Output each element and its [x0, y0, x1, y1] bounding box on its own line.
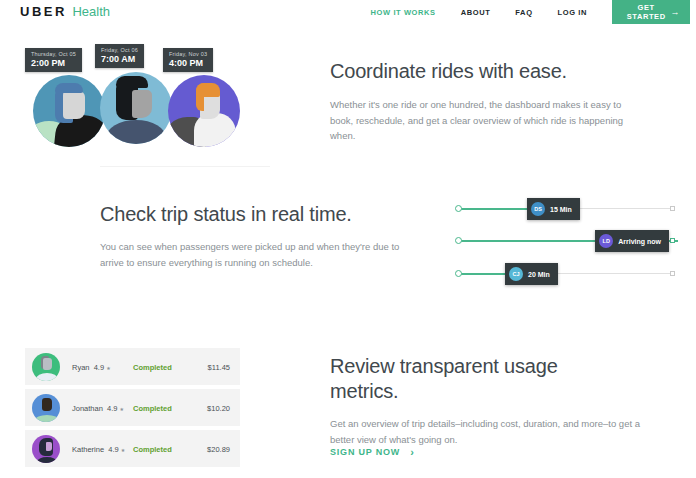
trip-price: $10.20	[207, 404, 230, 413]
ride-date: Friday, Oct 06	[101, 47, 138, 53]
trip-end-marker	[670, 271, 675, 276]
rider-name-rating: Jonathan 4.9 ★	[72, 404, 124, 413]
trip-status-body: You can see when passengers were picked …	[100, 239, 420, 270]
rider-avatar-1	[33, 75, 105, 147]
scheduled-rides-illustration: Thursday, Oct 05 2:00 PM Friday, Oct 06 …	[25, 40, 240, 165]
trip-eta-badge: DS 15 Min	[527, 198, 580, 220]
rider-avatar-3	[168, 75, 240, 147]
rider-avatar	[32, 394, 60, 422]
trip-eta-label: Arriving now	[618, 238, 661, 245]
usage-metrics-table: Ryan 4.9 ★ Completed $11.45 Jonathan 4.9…	[25, 348, 240, 471]
trip-eta-badge: LD Arriving now	[595, 230, 669, 252]
ride-datetime-chip-2: Friday, Oct 06 7:00 AM	[95, 44, 144, 68]
trip-status-section: Check trip status in real time. You can …	[100, 203, 430, 270]
logo-uber: UBER	[20, 4, 67, 19]
nav-how-it-works[interactable]: HOW IT WORKS	[371, 8, 436, 17]
trip-status-title: Check trip status in real time.	[100, 203, 430, 226]
trip-eta-label: 20 Min	[528, 271, 550, 278]
rider-name-rating: Katherine 4.9 ★	[72, 445, 125, 454]
ride-date: Friday, Nov 03	[169, 51, 207, 57]
ride-datetime-chip-3: Friday, Nov 03 4:00 PM	[163, 48, 213, 72]
sign-up-now-label: SIGN UP NOW	[330, 447, 400, 457]
trip-price: $11.45	[208, 363, 230, 372]
chevron-right-icon: ›	[410, 446, 414, 458]
trip-eta-label: 15 Min	[550, 206, 572, 213]
trip-status-completed: Completed	[133, 404, 172, 413]
table-row: Jonathan 4.9 ★ Completed $10.20	[25, 389, 240, 426]
trip-end-marker	[670, 206, 675, 211]
trip-status-completed: Completed	[133, 363, 172, 372]
ride-date: Thursday, Oct 05	[31, 51, 76, 57]
trip-end-marker	[670, 238, 675, 243]
trip-status-completed: Completed	[133, 445, 172, 454]
trip-start-dot	[455, 237, 462, 244]
logo-health: Health	[72, 4, 110, 19]
star-icon: ★	[120, 406, 124, 412]
passenger-initials-badge: DS	[531, 202, 545, 216]
trip-eta-badge: CJ 20 Min	[505, 263, 558, 285]
trip-price: $20.89	[207, 445, 230, 454]
metrics-title: Review transparent usage metrics.	[330, 354, 610, 404]
uber-health-logo[interactable]: UBER Health	[20, 4, 110, 19]
get-started-label: GET STARTED	[622, 3, 670, 21]
rider-avatar	[32, 435, 60, 463]
nav-about[interactable]: ABOUT	[461, 8, 491, 17]
star-icon: ★	[121, 447, 125, 453]
trip-start-dot	[455, 205, 462, 212]
section-divider	[100, 166, 270, 167]
trip-progress-row-1: DS 15 Min	[455, 198, 675, 220]
uber-health-landing-page: UBER Health HOW IT WORKS ABOUT FAQ LOG I…	[0, 0, 696, 478]
right-arrow-icon: →	[670, 7, 680, 17]
get-started-button[interactable]: GET STARTED →	[612, 0, 690, 24]
trip-progress-row-3: CJ 20 Min	[455, 263, 675, 285]
passenger-initials-badge: LD	[599, 234, 613, 248]
metrics-section: Review transparent usage metrics. Get an…	[330, 354, 640, 447]
rider-name-rating: Ryan 4.9 ★	[72, 363, 111, 372]
trip-start-dot	[455, 270, 462, 277]
metrics-body: Get an overview of trip details–includin…	[330, 416, 642, 447]
coordinate-body: Whether it's one ride or one hundred, th…	[330, 97, 642, 144]
ride-datetime-chip-1: Thursday, Oct 05 2:00 PM	[25, 48, 82, 72]
table-row: Ryan 4.9 ★ Completed $11.45	[25, 348, 240, 385]
trip-progress-illustration: DS 15 Min LD Arriving now CJ 20 Min	[455, 198, 675, 288]
trip-progress-row-2: LD Arriving now	[455, 230, 675, 252]
rider-avatar-2	[100, 72, 172, 144]
ride-time: 4:00 PM	[169, 58, 207, 68]
header: UBER Health HOW IT WORKS ABOUT FAQ LOG I…	[0, 0, 696, 24]
table-row: Katherine 4.9 ★ Completed $20.89	[25, 430, 240, 467]
sign-up-now-link[interactable]: SIGN UP NOW ›	[330, 446, 415, 458]
nav-faq[interactable]: FAQ	[515, 8, 532, 17]
coordinate-title: Coordinate rides with ease.	[330, 60, 650, 83]
rider-avatar	[32, 353, 60, 381]
ride-time: 2:00 PM	[31, 58, 76, 68]
coordinate-section: Coordinate rides with ease. Whether it's…	[330, 60, 650, 144]
ride-time: 7:00 AM	[101, 54, 138, 64]
passenger-initials-badge: CJ	[509, 267, 523, 281]
header-nav: HOW IT WORKS ABOUT FAQ LOG IN GET STARTE…	[371, 0, 696, 24]
star-icon: ★	[106, 365, 110, 371]
nav-log-in[interactable]: LOG IN	[558, 8, 587, 17]
